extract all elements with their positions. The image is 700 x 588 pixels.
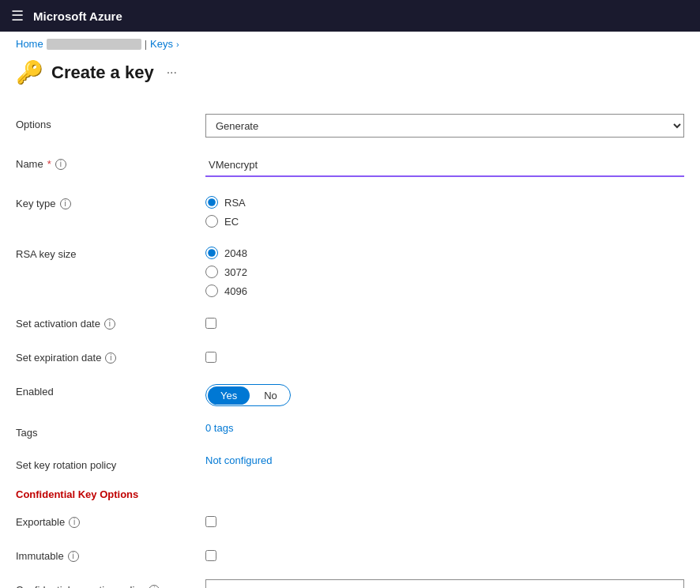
immutable-info-icon[interactable]: i — [68, 551, 79, 562]
top-navigation: ☰ Microsoft Azure — [0, 0, 700, 32]
options-label: Options — [16, 114, 205, 130]
activation-date-control — [205, 313, 684, 331]
toggle-switch[interactable]: Yes No — [205, 384, 291, 406]
breadcrumb-chevron: › — [176, 40, 179, 49]
page-title: Create a key — [51, 62, 154, 83]
exportable-label: Exportable i — [16, 511, 205, 528]
activation-date-info-icon[interactable]: i — [104, 318, 115, 330]
hamburger-menu[interactable]: ☰ — [11, 7, 24, 24]
rsa-3072-label: 3072 — [224, 266, 247, 278]
rsa-key-size-row: RSA key size 2048 3072 4096 — [16, 236, 684, 305]
breadcrumb-keys[interactable]: Keys — [150, 38, 173, 50]
confidential-op-info-icon[interactable]: i — [149, 585, 160, 589]
rsa-key-size-radio-group: 2048 3072 4096 — [205, 243, 684, 297]
immutable-checkbox[interactable] — [205, 550, 216, 561]
options-row: Options Generate — [16, 106, 684, 145]
create-key-form: Options Generate Name * i Key type i — [0, 98, 700, 588]
rsa-3072-radio[interactable] — [205, 266, 218, 278]
rsa-key-size-label: RSA key size — [16, 243, 205, 260]
tags-control: 0 tags — [205, 422, 684, 434]
key-type-ec-option[interactable]: EC — [205, 215, 684, 228]
confidential-op-control — [205, 579, 684, 588]
expiration-date-row: Set expiration date i — [16, 339, 684, 373]
expiration-date-label: Set expiration date i — [16, 347, 205, 364]
rsa-2048-radio[interactable] — [205, 247, 218, 259]
rotation-policy-label: Set key rotation policy — [16, 454, 205, 471]
page-header: 🔑 Create a key ··· — [0, 56, 700, 98]
rsa-2048-option[interactable]: 2048 — [205, 247, 684, 259]
enabled-control: Yes No — [205, 381, 684, 406]
immutable-row: Immutable i — [16, 537, 684, 571]
key-type-info-icon[interactable]: i — [60, 198, 71, 209]
confidential-op-row: Confidential operation policy i — [16, 571, 684, 588]
breadcrumb: Home | Keys › — [0, 32, 700, 56]
exportable-control — [205, 511, 684, 530]
breadcrumb-home[interactable]: Home — [16, 38, 43, 50]
rsa-4096-label: 4096 — [224, 285, 247, 297]
rotation-policy-link[interactable]: Not configured — [205, 454, 273, 466]
toggle-no[interactable]: No — [251, 386, 290, 405]
key-type-ec-radio[interactable] — [205, 215, 218, 228]
key-type-row: Key type i RSA EC — [16, 185, 684, 236]
expiration-date-info-icon[interactable]: i — [105, 352, 116, 364]
key-type-control: RSA EC — [205, 193, 684, 228]
key-type-rsa-option[interactable]: RSA — [205, 196, 684, 209]
confidential-op-input[interactable] — [205, 579, 684, 588]
toggle-yes[interactable]: Yes — [208, 386, 250, 405]
rsa-4096-option[interactable]: 4096 — [205, 285, 684, 297]
name-input[interactable] — [205, 153, 684, 177]
rotation-policy-control: Not configured — [205, 454, 684, 466]
app-title: Microsoft Azure — [33, 9, 122, 23]
enabled-row: Enabled Yes No — [16, 373, 684, 414]
key-icon: 🔑 — [16, 59, 43, 85]
breadcrumb-separator: | — [145, 38, 147, 50]
key-type-rsa-radio[interactable] — [205, 196, 218, 209]
rsa-4096-radio[interactable] — [205, 285, 218, 297]
exportable-info-icon[interactable]: i — [69, 517, 80, 528]
confidential-op-label: Confidential operation policy i — [16, 579, 205, 588]
tags-link[interactable]: 0 tags — [205, 422, 233, 434]
enabled-label: Enabled — [16, 381, 205, 398]
activation-date-checkbox[interactable] — [205, 318, 216, 329]
key-type-radio-group: RSA EC — [205, 193, 684, 228]
expiration-date-checkbox[interactable] — [205, 352, 216, 363]
exportable-checkbox[interactable] — [205, 516, 216, 527]
expiration-date-control — [205, 347, 684, 365]
enabled-toggle[interactable]: Yes No — [205, 384, 684, 406]
rsa-3072-option[interactable]: 3072 — [205, 266, 684, 278]
key-type-label: Key type i — [16, 193, 205, 209]
options-select[interactable]: Generate — [205, 114, 684, 138]
tags-row: Tags 0 tags — [16, 414, 684, 447]
immutable-control — [205, 545, 684, 564]
key-type-rsa-label: RSA — [224, 197, 246, 209]
more-options-icon[interactable]: ··· — [167, 66, 177, 80]
activation-date-row: Set activation date i — [16, 305, 684, 339]
confidential-section-header: Confidential Key Options — [16, 479, 684, 503]
tags-label: Tags — [16, 422, 205, 439]
name-info-icon[interactable]: i — [55, 159, 66, 170]
options-control: Generate — [205, 114, 684, 138]
name-control — [205, 153, 684, 177]
exportable-row: Exportable i — [16, 503, 684, 537]
immutable-label: Immutable i — [16, 545, 205, 562]
key-type-ec-label: EC — [224, 216, 239, 228]
required-indicator: * — [47, 158, 51, 170]
activation-date-label: Set activation date i — [16, 313, 205, 330]
rsa-key-size-control: 2048 3072 4096 — [205, 243, 684, 297]
rotation-policy-row: Set key rotation policy Not configured — [16, 447, 684, 479]
rsa-2048-label: 2048 — [224, 247, 247, 259]
name-row: Name * i — [16, 145, 684, 185]
breadcrumb-vault — [47, 39, 141, 50]
name-label: Name * i — [16, 153, 205, 170]
